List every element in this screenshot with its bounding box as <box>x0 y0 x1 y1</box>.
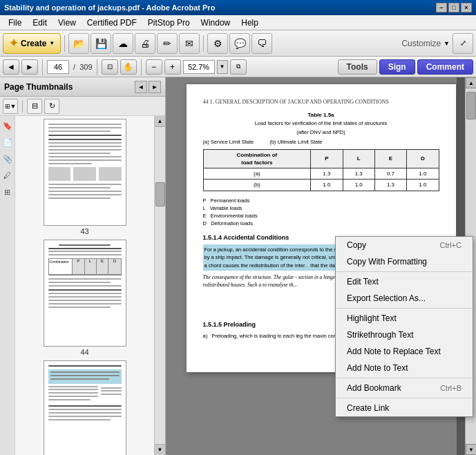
ctx-copy-formatting-label: Copy With Formatting <box>347 257 427 267</box>
sidebar-icon-strip: 🔖 📄 📎 🖊 ⊞ <box>0 116 15 455</box>
menu-bar: File Edit View Certified PDF PitStop Pro… <box>0 15 476 30</box>
create-label: Create <box>21 39 46 48</box>
bookmark-icon[interactable]: 🔖 <box>1 119 15 133</box>
nav-area: ◄ ► / 309 ⊡ ✋ − + ▼ ⧉ <box>3 59 247 75</box>
ctx-export-selection[interactable]: Export Selection As... <box>336 290 473 307</box>
zoom-out-button[interactable]: − <box>146 59 162 75</box>
sidebar-view-btn[interactable]: ⊞▼ <box>3 99 18 114</box>
menu-help[interactable]: Help <box>236 17 264 29</box>
window-controls: − □ × <box>436 3 472 12</box>
menu-file[interactable]: File <box>3 17 27 29</box>
sidebar-scroll-thumb[interactable] <box>155 182 165 206</box>
thumbnail-44[interactable]: Combination P L E D <box>44 240 126 356</box>
thumbnail-label-44: 44 <box>80 348 88 356</box>
page-separator: / <box>71 63 77 71</box>
pdf-page-header: 44 1. GENERAL DESCRIPTION OF JACKUP AND … <box>203 98 439 106</box>
pdf-table-col-header-3: E <box>374 149 406 168</box>
open-button[interactable]: 📂 <box>68 33 89 54</box>
sidebar-next-button[interactable]: ► <box>149 81 161 93</box>
pdf-scroll-thumb[interactable] <box>466 92 476 119</box>
ctx-highlight-text-label: Highlight Text <box>347 313 397 323</box>
comment-button[interactable]: 💬 <box>229 33 250 54</box>
ctx-add-note-replace[interactable]: Add Note to Replace Text <box>336 343 473 360</box>
pdf-table-col-header-2: L <box>343 149 374 168</box>
page-forward-button[interactable]: ► <box>21 59 38 75</box>
fit-width-button[interactable]: ⊡ <box>102 59 118 75</box>
share-button[interactable]: ☁ <box>113 33 133 54</box>
menu-view[interactable]: View <box>53 17 82 29</box>
ctx-add-note-text[interactable]: Add Note to Text <box>336 360 473 376</box>
ctx-separator-3 <box>336 378 473 378</box>
email-button[interactable]: ✉ <box>179 33 200 54</box>
ctx-copy-formatting[interactable]: Copy With Formatting <box>336 253 473 270</box>
ctx-highlight-text[interactable]: Highlight Text <box>336 310 473 327</box>
nav-separator-2 <box>97 59 97 75</box>
ctx-add-note-replace-label: Add Note to Replace Text <box>347 347 441 356</box>
ctx-create-link-label: Create Link <box>347 403 389 413</box>
thumbnail-45[interactable]: 45 <box>44 360 126 455</box>
sidebar-rotate-btn[interactable]: ↻ <box>44 99 59 114</box>
page-back-button[interactable]: ◄ <box>3 59 19 75</box>
page-input[interactable] <box>47 60 69 74</box>
ctx-copy[interactable]: Copy Ctrl+C <box>336 237 473 253</box>
zoom-in-button[interactable]: + <box>164 59 181 75</box>
close-button[interactable]: × <box>461 3 472 12</box>
attach-icon[interactable]: 📎 <box>1 152 15 166</box>
hand-button[interactable]: ✋ <box>120 59 137 75</box>
ctx-edit-text[interactable]: Edit Text <box>336 273 473 290</box>
ctx-export-selection-label: Export Selection As... <box>347 293 426 303</box>
expand-button[interactable]: ⤢ <box>453 33 473 54</box>
ctx-bookmark-shortcut: Ctrl+B <box>440 384 461 392</box>
stamp-icon[interactable]: 🖊 <box>1 168 15 182</box>
thumbnails-area[interactable]: 43 Combination <box>15 116 154 455</box>
toolbar-navigation: ◄ ► / 309 ⊡ ✋ − + ▼ ⧉ Tools Sign Comment <box>0 57 476 77</box>
speech-button[interactable]: 🗨 <box>251 33 272 54</box>
pdf-table-col-header-0: Combination ofload factors <box>203 149 311 168</box>
ctx-separator-1 <box>336 271 473 272</box>
thumbnail-image-43[interactable] <box>44 119 126 226</box>
toolbar-main: ✦ Create ▼ 📂 💾 ☁ 🖨 ✏ ✉ ⚙ 💬 🗨 Customize ▼… <box>0 30 476 57</box>
pdf-scroll-down-button[interactable]: ▼ <box>466 444 476 455</box>
zoom-dropdown[interactable]: ▼ <box>217 60 228 74</box>
minimize-button[interactable]: − <box>436 3 447 12</box>
sign-button[interactable]: Sign <box>379 59 415 75</box>
menu-pitstop-pro[interactable]: PitStop Pro <box>142 17 196 29</box>
ctx-separator-2 <box>336 308 473 309</box>
menu-edit[interactable]: Edit <box>27 17 53 29</box>
sidebar-prev-button[interactable]: ◄ <box>135 81 147 93</box>
customize-arrow: ▼ <box>444 40 450 47</box>
pdf-legend: P Permanent loads L Variable loads E Env… <box>203 197 439 228</box>
zoom-input[interactable] <box>183 60 215 74</box>
comment-btn[interactable]: Comment <box>417 59 473 75</box>
ctx-add-note-text-label: Add Note to Text <box>347 363 408 373</box>
sidebar-reduce-btn[interactable]: ⊟ <box>27 99 42 114</box>
create-button[interactable]: ✦ Create ▼ <box>3 33 61 54</box>
menu-window[interactable]: Window <box>196 17 236 29</box>
ctx-strikethrough-text[interactable]: Strikethrough Text <box>336 327 473 343</box>
thumbnail-image-44[interactable]: Combination P L E D <box>44 240 126 347</box>
edit-button[interactable]: ✏ <box>157 33 178 54</box>
customize-label: Customize <box>401 39 441 48</box>
page-icon[interactable]: 📄 <box>1 135 15 149</box>
maximize-button[interactable]: □ <box>448 3 459 12</box>
sidebar-scroll-up[interactable]: ▲ <box>155 116 165 127</box>
thumbnail-43[interactable]: 43 <box>44 119 126 235</box>
pdf-table-title: Table 1.5a <box>203 111 439 119</box>
settings-button[interactable]: ⚙ <box>207 33 228 54</box>
sidebar-scroll-down[interactable]: ▼ <box>155 444 165 455</box>
thumbnail-label-43: 43 <box>80 227 88 235</box>
ctx-add-bookmark[interactable]: Add Bookmark Ctrl+B <box>336 380 473 396</box>
layers-icon[interactable]: ⊞ <box>1 185 15 199</box>
print-button[interactable]: 🖨 <box>135 33 155 54</box>
menu-certified-pdf[interactable]: Certified PDF <box>82 17 142 29</box>
zoom-extra-button[interactable]: ⧉ <box>230 59 247 75</box>
thumbnail-image-45[interactable] <box>44 360 126 455</box>
pdf-table-subtitle1: Load factors for verification of the lim… <box>203 120 439 128</box>
pdf-scroll-up-button[interactable]: ▲ <box>466 77 476 88</box>
ctx-create-link[interactable]: Create Link <box>336 400 473 416</box>
ctx-add-bookmark-label: Add Bookmark <box>347 383 401 393</box>
tools-button[interactable]: Tools <box>338 59 377 75</box>
sidebar-header: Page Thumbnails ◄ ► <box>0 77 165 97</box>
sidebar-scroll-track <box>155 127 165 444</box>
save-button[interactable]: 💾 <box>91 33 111 54</box>
